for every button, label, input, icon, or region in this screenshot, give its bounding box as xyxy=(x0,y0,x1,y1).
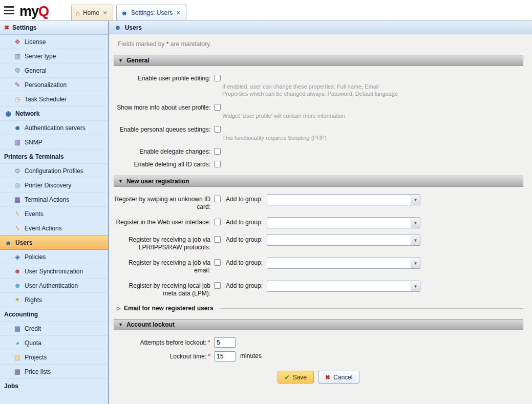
tab-close-icon[interactable]: × xyxy=(176,9,181,16)
form-row: Attempts before lockout: * xyxy=(114,338,523,348)
sidebar-item-rights[interactable]: ✦Rights xyxy=(0,293,108,307)
dropdown-arrow-icon[interactable]: ▼ xyxy=(411,258,420,268)
sidebar-item-label: Printers & Terminals xyxy=(4,153,63,160)
checkbox[interactable] xyxy=(214,196,221,202)
sidebar-item-label: Quota xyxy=(25,339,41,347)
personalization-icon: ✎ xyxy=(13,81,22,88)
form-row: Enable delegate changes: xyxy=(114,147,523,156)
field-control: This functionality requires Scripting (P… xyxy=(214,125,327,141)
add-to-group-label: Add to group: xyxy=(226,282,263,289)
checkbox[interactable] xyxy=(214,126,221,133)
settings-tools-icon: ✖ xyxy=(4,24,9,31)
lockout-input[interactable] xyxy=(214,351,236,362)
field-suffix: minutes xyxy=(240,352,262,359)
save-button[interactable]: ✔ Save xyxy=(278,371,314,384)
mandatory-note-prefix: Fields marked by xyxy=(118,40,166,48)
sidebar-item-personalization[interactable]: ✎Personalization xyxy=(0,78,108,92)
checkbox[interactable] xyxy=(214,236,221,243)
sidebar-item-user-authentication[interactable]: ☻User Authentication xyxy=(0,279,108,293)
form-row: Register by receiving a job via LPR/IPPS… xyxy=(114,236,523,251)
sidebar-item-general[interactable]: ⚙General xyxy=(0,63,108,78)
sidebar-item-credit[interactable]: ▤Credit xyxy=(0,322,108,336)
tab-close-icon[interactable]: × xyxy=(102,9,108,16)
dropdown-arrow-icon[interactable]: ▼ xyxy=(411,218,420,228)
sidebar-item-printer-discovery[interactable]: ◎Printer Discovery xyxy=(0,178,108,193)
sidebar-item-accounting[interactable]: Accounting xyxy=(0,307,108,322)
tab-label: Home xyxy=(83,9,99,16)
save-button-label: Save xyxy=(293,374,307,381)
tab-home[interactable]: ⌂Home× xyxy=(71,5,113,20)
checkbox[interactable] xyxy=(214,148,221,155)
sidebar-item-user-synchronization[interactable]: ☻User Synchronization xyxy=(0,264,108,279)
sidebar-item-projects[interactable]: ▤Projects xyxy=(0,350,108,365)
sidebar-item-license[interactable]: ❖License xyxy=(0,35,108,49)
tab-users-icon: ☻ xyxy=(121,9,128,17)
cancel-button[interactable]: ✖ Cancel xyxy=(318,371,359,384)
sidebar-items: ❖License▥Server type⚙General✎Personaliza… xyxy=(0,35,108,404)
subsection-email-new-users[interactable]: ▷ Email for new registered users xyxy=(117,305,523,312)
page-header: ☻ Users xyxy=(109,21,532,34)
checkbox[interactable] xyxy=(214,259,221,266)
sidebar-item-jobs[interactable]: Jobs xyxy=(0,379,108,393)
general-icon: ⚙ xyxy=(13,67,22,74)
checkbox[interactable] xyxy=(214,282,221,289)
field-label: Attempts before lockout: * xyxy=(114,338,214,347)
checkbox[interactable] xyxy=(214,161,221,167)
add-to-group-label: Add to group: xyxy=(226,196,263,203)
sidebar-item-event-actions[interactable]: ϟEvent Actions xyxy=(0,221,108,236)
users-icon: ☻ xyxy=(114,24,121,31)
sidebar: ✖ Settings ❖License▥Server type⚙General✎… xyxy=(0,21,109,404)
lockout-input[interactable] xyxy=(214,337,236,348)
sidebar-item-authentication-servers[interactable]: ☻Authentication servers xyxy=(0,121,108,135)
help-text: If enabled, user can change these proper… xyxy=(222,83,398,97)
general-rows: Enable user profile editing:If enabled, … xyxy=(114,74,523,168)
dropdown-arrow-icon[interactable]: ▼ xyxy=(411,235,420,245)
dropdown-arrow-icon[interactable]: ▼ xyxy=(411,195,420,205)
check-icon: ✔ xyxy=(285,374,290,381)
sidebar-item-label: Configuration Profiles xyxy=(25,167,83,175)
mandatory-star: * xyxy=(208,353,210,360)
sidebar-item-users[interactable]: ☻Users xyxy=(0,236,108,250)
user-sync-icon: ☻ xyxy=(13,268,22,274)
sidebar-item-server-type[interactable]: ▥Server type xyxy=(0,49,108,63)
mandatory-note: Fields marked by * are mandatory. xyxy=(118,40,523,48)
sidebar-item-printers-terminals[interactable]: Printers & Terminals xyxy=(0,150,108,164)
group-select[interactable]: ▼ xyxy=(267,217,420,228)
checkbox[interactable] xyxy=(214,75,221,81)
group-select[interactable]: ▼ xyxy=(267,194,420,205)
form-row: Register by receiving a job via email:Ad… xyxy=(114,259,523,274)
topbar: myQ ⌂Home×☻Settings: Users× xyxy=(0,0,532,21)
sidebar-item-configuration-profiles[interactable]: ⚙Configuration Profiles xyxy=(0,164,108,178)
sidebar-item-terminal-actions[interactable]: ▦Terminal Actions xyxy=(0,193,108,207)
field-label: Register by swiping an unknown ID card: xyxy=(114,195,214,211)
sidebar-item-price-lists[interactable]: ▤Price lists xyxy=(0,365,108,379)
group-select[interactable]: ▼ xyxy=(267,281,420,292)
tab-bar: ⌂Home×☻Settings: Users× xyxy=(71,0,189,20)
field-label: Enable user profile editing: xyxy=(114,74,214,82)
sidebar-item-policies[interactable]: ◈Policies xyxy=(0,250,108,264)
sidebar-item-label: Projects xyxy=(25,354,47,361)
tab-settings-users[interactable]: ☻Settings: Users× xyxy=(116,5,186,20)
home-icon: ⌂ xyxy=(76,9,80,17)
checkbox[interactable] xyxy=(214,104,221,111)
config-profiles-icon: ⚙ xyxy=(13,167,22,174)
section-header-lockout[interactable]: ▼ Account lockout xyxy=(114,319,523,330)
sidebar-item-quota[interactable]: ◕Quota xyxy=(0,336,108,350)
sidebar-item-network[interactable]: ◉Network xyxy=(0,107,108,121)
server-type-icon: ▥ xyxy=(13,53,22,59)
action-buttons: ✔ Save ✖ Cancel xyxy=(114,371,523,384)
policies-icon: ◈ xyxy=(13,253,22,260)
section-header-registration[interactable]: ▼ New user registration xyxy=(114,176,523,187)
menu-icon[interactable] xyxy=(4,6,14,14)
group-select[interactable]: ▼ xyxy=(267,235,420,246)
sidebar-item-task-scheduler[interactable]: ◷Task Scheduler xyxy=(0,92,108,107)
section-header-general[interactable]: ▼ General xyxy=(114,55,523,66)
sidebar-item-events[interactable]: ϟEvents xyxy=(0,207,108,221)
logo-text-my: my xyxy=(19,4,38,19)
group-select[interactable]: ▼ xyxy=(267,258,420,269)
dropdown-arrow-icon[interactable]: ▼ xyxy=(411,281,420,291)
sidebar-item-label: Users xyxy=(15,239,32,246)
checkbox[interactable] xyxy=(214,219,221,225)
sidebar-item-snmp[interactable]: ▦SNMP xyxy=(0,135,108,150)
form-row: Register by swiping an unknown ID card:A… xyxy=(114,195,523,211)
